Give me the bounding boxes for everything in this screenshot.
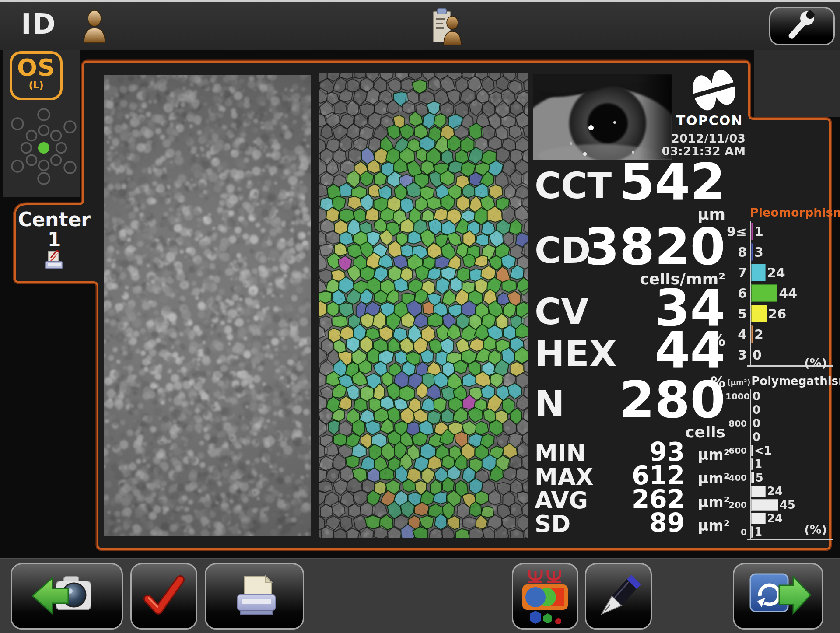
chart-rows: 10000080000600<11400524200452401 xyxy=(725,389,833,539)
eye-side-label: OS xyxy=(12,56,60,80)
metric-label: N xyxy=(535,386,565,422)
metric-n: N 280 xyxy=(535,372,725,423)
metric-value: 3820 xyxy=(584,224,725,270)
fixation-active-dot xyxy=(38,142,49,154)
chart-rows: 9≤1837246445264230 xyxy=(725,221,833,365)
chart-axis xyxy=(747,539,833,540)
metric-unit: cells xyxy=(535,424,725,440)
metric-cd: CD 3820 xyxy=(535,219,725,270)
metric-min: MIN 93 µm² xyxy=(535,439,725,465)
fixation-target-selector[interactable] xyxy=(4,103,80,190)
metric-label: CD xyxy=(535,233,591,269)
polymegathism-chart: (µm²) Polymegathism 10000080000600<11400… xyxy=(725,375,833,542)
endothelium-analyzed-image xyxy=(319,73,528,538)
metric-value: 44 xyxy=(655,327,725,374)
chart-x-unit: (%) xyxy=(804,523,827,536)
red-check-icon xyxy=(138,573,190,620)
eye-side-sublabel: (L) xyxy=(12,80,60,90)
tab-title: Center xyxy=(15,210,94,229)
printer-icon xyxy=(222,573,287,620)
metric-value: 280 xyxy=(620,377,725,423)
chart-title: Polymegathism xyxy=(751,375,840,387)
metric-avg: AVG 262 µm² xyxy=(535,486,725,512)
endothelium-raw-image xyxy=(104,75,311,536)
metric-cct: CCT 542 xyxy=(535,154,725,206)
eye-side-badge[interactable]: OS (L) xyxy=(10,51,63,100)
confirm-button[interactable] xyxy=(130,563,197,630)
metric-sd: SD 89 µm² xyxy=(535,510,725,535)
anterior-eye-image xyxy=(533,74,672,160)
specular-microscope-screen: ID xyxy=(0,0,840,633)
capture-date: 2012/11/03 xyxy=(658,132,746,145)
analysis-shapes-icon xyxy=(520,564,570,628)
metric-label: CCT xyxy=(535,168,612,204)
brand-name: TOPCON xyxy=(672,113,747,128)
tab-number: 1 xyxy=(15,229,94,250)
topcon-logo-icon xyxy=(686,68,742,112)
edit-button[interactable] xyxy=(585,563,652,630)
print-button[interactable] xyxy=(205,563,304,630)
metric-label: HEX xyxy=(535,336,617,372)
chart-x-unit: (%) xyxy=(804,356,827,370)
bottom-toolbar xyxy=(0,558,840,633)
recapture-button[interactable] xyxy=(10,563,123,630)
metric-hex: HEX 44 xyxy=(535,322,725,374)
tab-center-1[interactable]: Center 1 xyxy=(15,210,94,250)
camera-back-icon xyxy=(30,572,104,620)
print-report-icon xyxy=(44,250,65,270)
export-next-button[interactable] xyxy=(733,563,823,630)
metric-value: 542 xyxy=(620,159,725,206)
metric-max: MAX 612 µm² xyxy=(535,463,725,488)
display-mode-button[interactable] xyxy=(512,563,578,630)
pen-icon xyxy=(593,570,644,622)
pleomorphism-chart: Pleomorphism 9≤1837246445264230 (%) xyxy=(725,206,833,374)
metric-value: 89 xyxy=(535,510,685,535)
forward-arrow-icon xyxy=(742,570,814,622)
chart-title: Pleomorphism xyxy=(750,206,833,219)
chart-axis-unit: (µm²) xyxy=(727,378,750,387)
